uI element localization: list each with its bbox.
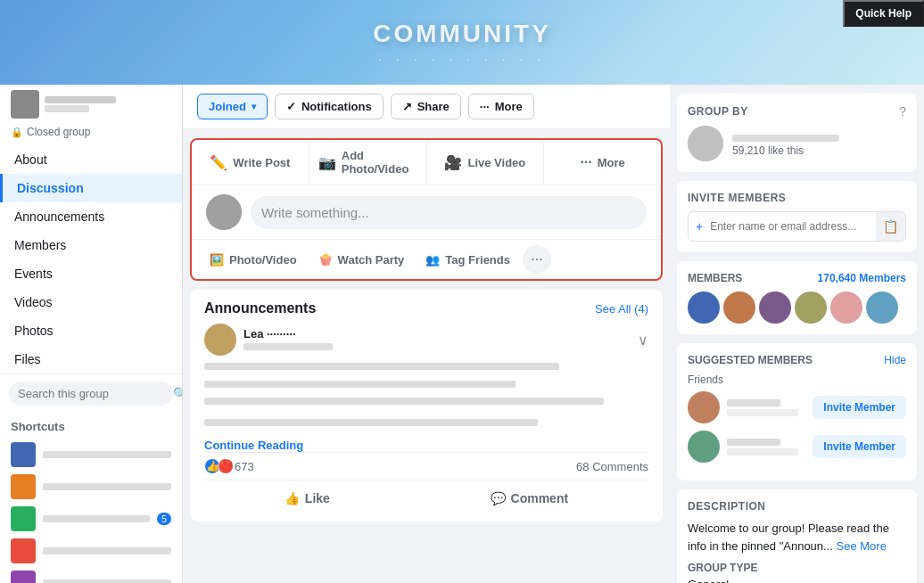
group-logo-area	[0, 85, 182, 124]
more-tabs-icon: ···	[580, 154, 591, 170]
member-avatar-1	[688, 292, 720, 324]
shortcut-item-3[interactable]: 5	[11, 503, 171, 535]
post-meta	[243, 341, 631, 353]
suggested-avatar-1	[688, 391, 720, 423]
shortcut-thumb-2	[11, 474, 36, 499]
description-title: DESCRIPTION	[688, 500, 766, 513]
composer-tabs: ✏️ Write Post 📷 Add Photo/Video 🎥 Live V…	[192, 140, 661, 185]
announcements-title: Announcements	[204, 300, 316, 316]
tag-friends-button[interactable]: 👥 Tag Friends	[417, 248, 519, 272]
comment-button[interactable]: 💬 Comment	[473, 486, 587, 511]
cover-title-area: COMMUNITY · · · · · · · · · ·	[373, 20, 551, 66]
center-content: Joined ▾ ✓ Notifications ↗ Share ··· Mor…	[183, 85, 670, 583]
reaction-count: 673	[235, 460, 254, 473]
post-actions-row: 👍 Like 💬 Comment	[204, 486, 648, 511]
live-video-icon: 🎥	[444, 154, 462, 171]
watch-party-label: Watch Party	[338, 253, 405, 267]
write-post-label: Write Post	[233, 156, 290, 169]
group-by-likes: 59,210 like this	[732, 144, 839, 157]
sidebar-item-events[interactable]: Events	[0, 259, 182, 288]
sidebar-item-photos[interactable]: Photos	[0, 316, 182, 345]
app: COMMUNITY · · · · · · · · · · Quick Help…	[0, 0, 924, 583]
members-avatars	[688, 292, 906, 324]
shortcut-label-3	[43, 515, 150, 522]
thumbs-up-icon: 👍	[285, 491, 300, 505]
composer-more-button[interactable]: ···	[523, 245, 551, 274]
suggested-members-widget: SUGGESTED MEMBERS Hide Friends Invite Me…	[677, 343, 917, 480]
joined-button[interactable]: Joined ▾	[197, 94, 268, 119]
shortcut-item-4[interactable]	[11, 535, 171, 567]
post-author-name: Lea ·········	[243, 327, 631, 341]
sidebar-item-announcements[interactable]: Announcements	[0, 202, 182, 231]
shortcut-item-1[interactable]	[11, 439, 171, 471]
composer-tab-write-post[interactable]: ✏️ Write Post	[192, 140, 309, 185]
share-button[interactable]: ↗ Share	[391, 94, 461, 119]
search-input[interactable]	[18, 387, 168, 400]
shortcut-label-1	[43, 451, 171, 458]
group-by-header: GROUP BY ?	[688, 104, 906, 119]
members-header: MEMBERS 170,640 Members	[688, 272, 906, 284]
checkmark-icon: ✓	[286, 100, 296, 113]
sidebar-item-files[interactable]: Files	[0, 345, 182, 374]
joined-caret-icon: ▾	[252, 102, 256, 111]
see-all-button[interactable]: See All (4)	[595, 302, 648, 316]
watch-party-button[interactable]: 🍿 Watch Party	[309, 248, 414, 272]
announcements-header: Announcements See All (4)	[190, 290, 663, 324]
photo-video-label: Photo/Video	[229, 253, 297, 267]
search-icon: 🔍	[173, 387, 183, 400]
continue-reading-button[interactable]: Continue Reading	[204, 439, 303, 452]
composer-user-avatar	[206, 194, 242, 230]
notifications-button[interactable]: ✓ Notifications	[275, 94, 384, 119]
reaction-emojis: 👍 ❤️	[204, 458, 231, 474]
shortcut-label-5	[43, 579, 171, 583]
sidebar-item-videos[interactable]: Videos	[0, 288, 182, 316]
sidebar-item-members[interactable]: Members	[0, 231, 182, 259]
quick-help-button[interactable]: Quick Help	[843, 0, 924, 27]
ellipsis-circle-icon: ···	[531, 251, 542, 267]
photo-video-button[interactable]: 🖼️ Photo/Video	[201, 248, 306, 272]
add-photo-label: Add Photo/Video	[342, 149, 417, 176]
like-button[interactable]: 👍 Like	[267, 486, 348, 511]
post-author-avatar	[204, 324, 236, 356]
comments-count[interactable]: 68 Comments	[576, 460, 648, 473]
more-tabs-label: More	[598, 156, 625, 169]
see-more-description-button[interactable]: See More	[837, 539, 887, 553]
right-sidebar: GROUP BY ? 59,210 like this	[670, 85, 924, 583]
shortcut-label-4	[43, 547, 171, 554]
sidebar-item-about[interactable]: About	[0, 145, 182, 174]
action-bar: Joined ▾ ✓ Notifications ↗ Share ··· Mor…	[183, 85, 670, 129]
tag-friends-icon: 👥	[425, 253, 440, 267]
invite-member-button-1[interactable]: Invite Member	[813, 396, 906, 419]
invite-input[interactable]	[710, 215, 876, 238]
shortcut-thumb-3	[11, 506, 36, 531]
post-collapse-button[interactable]: ∨	[638, 332, 648, 349]
hide-button[interactable]: Hide	[884, 354, 906, 366]
shortcut-item-5[interactable]	[11, 567, 171, 583]
help-icon[interactable]: ?	[899, 104, 906, 119]
members-title: MEMBERS	[688, 272, 742, 284]
shortcuts-section: Shortcuts 5	[0, 413, 182, 583]
member-avatar-6	[866, 292, 898, 324]
ellipsis-icon: ···	[480, 100, 490, 113]
composer-placeholder-text[interactable]: Write something...	[251, 196, 647, 229]
more-button[interactable]: ··· More	[468, 94, 534, 119]
members-count[interactable]: 170,640 Members	[818, 272, 906, 284]
suggested-member-2: Invite Member	[688, 431, 906, 463]
invite-input-wrap: + 📋	[688, 211, 906, 242]
composer-tab-more[interactable]: ··· More	[544, 140, 661, 185]
sidebar-item-discussion[interactable]: Discussion	[0, 174, 182, 202]
closed-group-badge: 🔒 Closed group	[0, 124, 182, 145]
composer-tab-add-photo[interactable]: 📷 Add Photo/Video	[309, 140, 427, 185]
invite-contacts-icon[interactable]: 📋	[876, 212, 905, 241]
suggested-members-header: SUGGESTED MEMBERS Hide	[688, 354, 906, 366]
invite-member-button-2[interactable]: Invite Member	[813, 435, 906, 458]
suggested-info-2	[727, 439, 805, 456]
members-widget: MEMBERS 170,640 Members	[677, 261, 917, 334]
composer-tab-live-video[interactable]: 🎥 Live Video	[427, 140, 545, 185]
like-label: Like	[305, 491, 330, 505]
search-bar: 🔍	[0, 374, 182, 413]
group-by-info: 59,210 like this	[732, 131, 839, 157]
shortcut-item-2[interactable]	[11, 471, 171, 503]
reactions-left: 👍 ❤️ 673	[204, 458, 254, 474]
live-video-label: Live Video	[467, 156, 525, 169]
